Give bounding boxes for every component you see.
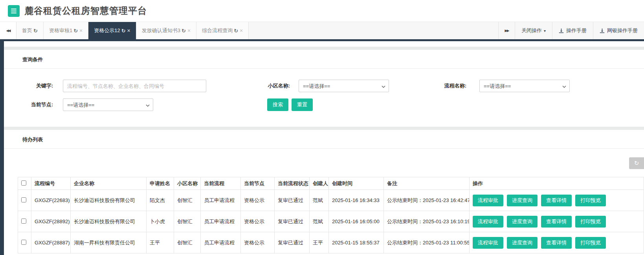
select-all-header [18,177,31,190]
current-node-label: 当前节点: [4,101,53,108]
panel-separator [4,47,644,50]
table-row: GXGZF(28892) 长沙迪迈科技股份有限公司 卜小虎 创智汇 员工申请流程… [18,211,644,232]
cell-community: 创智汇 [174,232,201,253]
cell-community: 创智汇 [174,211,201,232]
tab-scroll-right-icon[interactable]: ▶▶ [498,22,515,39]
column-header: 当前流程状态 [275,177,310,190]
row-action-button[interactable]: 进度查询 [507,216,538,228]
cell-community: 创智汇 [174,190,201,211]
cell-remark: 公示结束时间：2025-01-23 16:10:19 [384,211,470,232]
cell-process: 员工申请流程 [201,211,241,232]
table-header-row: 流程编号企业名称申请姓名小区名称当前流程当前节点当前流程状态创建人创建时间备注操… [18,177,644,190]
cell-process-code: GXGZF(22683) [31,190,71,211]
row-checkbox-cell [18,211,31,232]
tab[interactable]: 综合流程查询 ↻ × [196,22,249,39]
reset-button[interactable]: 重置 [292,98,313,111]
row-checkbox-cell [18,190,31,211]
tab[interactable]: 资格公示12 ↻ × [88,22,136,39]
close-icon[interactable]: × [240,28,243,33]
column-header: 申请姓名 [147,177,174,190]
refresh-icon[interactable]: ↻ [182,28,186,34]
row-action-button[interactable]: 打印预览 [575,216,606,228]
row-action-button[interactable]: 查看详情 [541,195,572,206]
cell-node: 资格公示 [241,190,275,211]
cell-process-code: GXGZF(28887) [31,232,71,253]
row-action-button[interactable]: 进度查询 [507,237,538,249]
row-action-button[interactable]: 进度查询 [507,195,538,206]
close-icon[interactable]: × [127,28,130,33]
menu-icon[interactable] [8,5,20,17]
search-button[interactable]: 搜索 [267,98,288,111]
column-header: 流程编号 [31,177,71,190]
row-checkbox[interactable] [21,240,26,245]
bank-manual-label: 网银操作手册 [607,27,638,34]
row-action-button[interactable]: 查看详情 [541,216,572,228]
query-form: 关键字: 小区名称: ==请选择== 流程名称: ==请选择== [4,69,644,127]
refresh-icon[interactable]: ↻ [234,28,238,34]
row-checkbox[interactable] [21,219,26,224]
bank-manual-download-button[interactable]: 网银操作手册 [593,22,644,39]
cell-actions: 流程审批进度查询查看详情打印预览 [470,211,644,232]
row-action-button[interactable]: 打印预览 [575,195,606,206]
cell-remark: 公示结束时间：2025-01-23 16:42:47 [384,190,470,211]
refresh-list-button[interactable]: ↻ [629,157,644,169]
cell-process: 员工申请流程 [201,232,241,253]
select-all-checkbox[interactable] [21,180,26,186]
row-action-button[interactable]: 流程审批 [473,237,503,249]
row-action-button[interactable]: 流程审批 [473,216,503,228]
refresh-icon[interactable]: ↻ [121,28,126,34]
column-header: 备注 [384,177,470,190]
column-header: 创建人 [310,177,329,190]
column-header: 创建时间 [329,177,384,190]
row-action-button[interactable]: 查看详情 [541,237,572,249]
tab-label: 资格审核1 [49,27,72,34]
cell-status: 复审已通过 [275,211,310,232]
tab-bar: ◀◀ 首页 ↻ 资格审核1 ↻ × 资格公示12 ↻ × 发放确认通知书3 ↻ … [0,22,644,41]
column-header: 操作 [470,177,644,190]
close-icon[interactable]: × [187,28,191,33]
tab[interactable]: 首页 ↻ [17,22,44,39]
manual-label: 操作手册 [566,27,587,34]
tab[interactable]: 发放确认通知书3 ↻ × [136,22,196,39]
table-body: GXGZF(22683) 长沙迪迈科技股份有限公司 陷文杰 创智汇 员工申请流程… [18,190,644,253]
table-toolbar: ↻ [4,149,644,177]
tab-label: 首页 [22,27,32,34]
cell-created-time: 2025-01-16 16:34:33 [329,190,384,211]
keyword-input[interactable] [63,80,206,92]
query-panel-title: 查询条件 [4,50,644,69]
cell-created-time: 2025-01-16 16:05:00 [329,211,384,232]
cell-creator: 范斌 [310,190,329,211]
tab-label: 发放确认通知书3 [142,27,180,34]
cell-node: 资格公示 [241,211,275,232]
current-node-select[interactable]: ==请选择== [63,98,153,111]
tab[interactable]: 资格审核1 ↻ × [44,22,88,39]
process-name-label: 流程名称: [389,82,466,89]
download-icon [559,28,564,33]
close-operations-button[interactable]: 关闭操作 ▾ [515,22,552,39]
app-header: 麓谷租赁公租房智慧管理平台 [0,0,644,22]
row-action-button[interactable]: 打印预览 [575,237,606,249]
community-select[interactable]: ==请选择== [299,80,389,92]
tab-label: 综合流程查询 [202,27,233,34]
tab-label: 资格公示12 [94,27,120,34]
tab-scroll-left-icon[interactable]: ◀◀ [0,22,17,39]
table-row: GXGZF(22683) 长沙迪迈科技股份有限公司 陷文杰 创智汇 员工申请流程… [18,190,644,211]
close-icon[interactable]: × [79,28,83,33]
process-name-select[interactable]: ==请选择== [479,80,570,92]
refresh-icon[interactable]: ↻ [73,28,78,34]
tab-actions: ▶▶ 关闭操作 ▾ 操作手册 网银操作手册 [498,22,644,39]
download-icon [600,28,605,33]
row-checkbox[interactable] [21,197,26,202]
cell-node: 资格公示 [241,232,275,253]
row-action-button[interactable]: 流程审批 [473,195,503,206]
cell-actions: 流程审批进度查询查看详情打印预览 [470,232,644,253]
manual-download-button[interactable]: 操作手册 [552,22,593,39]
cell-status: 复审已通过 [275,190,310,211]
cell-process-code: GXGZF(28892) [31,211,71,232]
cell-created-time: 2025-01-15 18:55:37 [329,232,384,253]
todo-panel: 待办列表 ↻ 流程编号企业名称申请姓名小区名称当前流程当前节点当前流程状态创建人… [4,130,644,253]
cell-creator: 王平 [310,232,329,253]
refresh-icon[interactable]: ↻ [33,28,38,34]
keyword-label: 关键字: [4,82,53,89]
cell-creator: 范斌 [310,211,329,232]
